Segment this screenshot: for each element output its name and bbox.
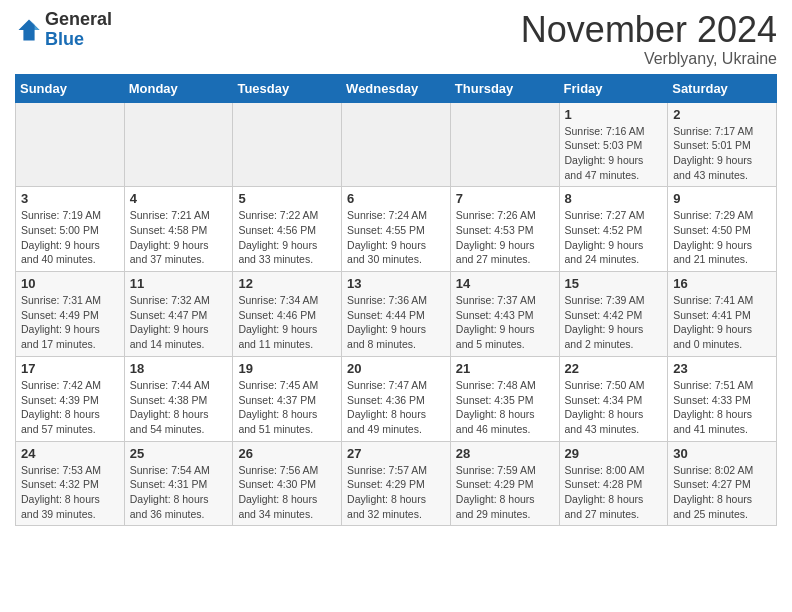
- calendar-cell: 6Sunrise: 7:24 AMSunset: 4:55 PMDaylight…: [342, 187, 451, 272]
- calendar-week-row-3: 17Sunrise: 7:42 AMSunset: 4:39 PMDayligh…: [16, 356, 777, 441]
- day-info: Sunrise: 7:56 AMSunset: 4:30 PMDaylight:…: [238, 463, 336, 522]
- calendar-cell: 18Sunrise: 7:44 AMSunset: 4:38 PMDayligh…: [124, 356, 233, 441]
- day-number: 26: [238, 446, 336, 461]
- day-info: Sunrise: 7:26 AMSunset: 4:53 PMDaylight:…: [456, 208, 554, 267]
- calendar-cell: 9Sunrise: 7:29 AMSunset: 4:50 PMDaylight…: [668, 187, 777, 272]
- day-number: 8: [565, 191, 663, 206]
- calendar-cell: 4Sunrise: 7:21 AMSunset: 4:58 PMDaylight…: [124, 187, 233, 272]
- title-block: November 2024 Verblyany, Ukraine: [521, 10, 777, 68]
- day-info: Sunrise: 7:44 AMSunset: 4:38 PMDaylight:…: [130, 378, 228, 437]
- day-number: 27: [347, 446, 445, 461]
- logo-general: General: [45, 10, 112, 30]
- day-info: Sunrise: 7:36 AMSunset: 4:44 PMDaylight:…: [347, 293, 445, 352]
- col-friday: Friday: [559, 74, 668, 102]
- day-number: 29: [565, 446, 663, 461]
- calendar-week-row-2: 10Sunrise: 7:31 AMSunset: 4:49 PMDayligh…: [16, 272, 777, 357]
- calendar-cell: 13Sunrise: 7:36 AMSunset: 4:44 PMDayligh…: [342, 272, 451, 357]
- day-number: 3: [21, 191, 119, 206]
- day-info: Sunrise: 7:39 AMSunset: 4:42 PMDaylight:…: [565, 293, 663, 352]
- logo-blue: Blue: [45, 30, 112, 50]
- day-info: Sunrise: 7:37 AMSunset: 4:43 PMDaylight:…: [456, 293, 554, 352]
- calendar-cell: 22Sunrise: 7:50 AMSunset: 4:34 PMDayligh…: [559, 356, 668, 441]
- calendar-week-row-4: 24Sunrise: 7:53 AMSunset: 4:32 PMDayligh…: [16, 441, 777, 526]
- day-number: 1: [565, 107, 663, 122]
- calendar-cell: 2Sunrise: 7:17 AMSunset: 5:01 PMDaylight…: [668, 102, 777, 187]
- calendar-cell: 5Sunrise: 7:22 AMSunset: 4:56 PMDaylight…: [233, 187, 342, 272]
- day-info: Sunrise: 7:42 AMSunset: 4:39 PMDaylight:…: [21, 378, 119, 437]
- location-title: Verblyany, Ukraine: [521, 50, 777, 68]
- calendar-week-row-1: 3Sunrise: 7:19 AMSunset: 5:00 PMDaylight…: [16, 187, 777, 272]
- logo: General Blue: [15, 10, 112, 50]
- calendar-cell: 7Sunrise: 7:26 AMSunset: 4:53 PMDaylight…: [450, 187, 559, 272]
- day-info: Sunrise: 7:50 AMSunset: 4:34 PMDaylight:…: [565, 378, 663, 437]
- day-info: Sunrise: 7:54 AMSunset: 4:31 PMDaylight:…: [130, 463, 228, 522]
- header: General Blue November 2024 Verblyany, Uk…: [15, 10, 777, 68]
- calendar-cell: 3Sunrise: 7:19 AMSunset: 5:00 PMDaylight…: [16, 187, 125, 272]
- calendar-cell: [16, 102, 125, 187]
- day-info: Sunrise: 7:27 AMSunset: 4:52 PMDaylight:…: [565, 208, 663, 267]
- month-title: November 2024: [521, 10, 777, 50]
- calendar-cell: 25Sunrise: 7:54 AMSunset: 4:31 PMDayligh…: [124, 441, 233, 526]
- calendar-header-row: Sunday Monday Tuesday Wednesday Thursday…: [16, 74, 777, 102]
- day-info: Sunrise: 7:29 AMSunset: 4:50 PMDaylight:…: [673, 208, 771, 267]
- day-info: Sunrise: 7:45 AMSunset: 4:37 PMDaylight:…: [238, 378, 336, 437]
- day-number: 21: [456, 361, 554, 376]
- day-number: 2: [673, 107, 771, 122]
- day-number: 17: [21, 361, 119, 376]
- day-number: 14: [456, 276, 554, 291]
- calendar-cell: 20Sunrise: 7:47 AMSunset: 4:36 PMDayligh…: [342, 356, 451, 441]
- calendar-cell: 14Sunrise: 7:37 AMSunset: 4:43 PMDayligh…: [450, 272, 559, 357]
- calendar-cell: 27Sunrise: 7:57 AMSunset: 4:29 PMDayligh…: [342, 441, 451, 526]
- day-number: 10: [21, 276, 119, 291]
- day-info: Sunrise: 7:57 AMSunset: 4:29 PMDaylight:…: [347, 463, 445, 522]
- day-number: 7: [456, 191, 554, 206]
- day-info: Sunrise: 7:59 AMSunset: 4:29 PMDaylight:…: [456, 463, 554, 522]
- logo-icon: [15, 16, 43, 44]
- main-container: General Blue November 2024 Verblyany, Uk…: [0, 0, 792, 536]
- calendar-week-row-0: 1Sunrise: 7:16 AMSunset: 5:03 PMDaylight…: [16, 102, 777, 187]
- calendar-table: Sunday Monday Tuesday Wednesday Thursday…: [15, 74, 777, 527]
- col-thursday: Thursday: [450, 74, 559, 102]
- day-info: Sunrise: 7:31 AMSunset: 4:49 PMDaylight:…: [21, 293, 119, 352]
- logo-text: General Blue: [45, 10, 112, 50]
- calendar-cell: 28Sunrise: 7:59 AMSunset: 4:29 PMDayligh…: [450, 441, 559, 526]
- calendar-cell: 23Sunrise: 7:51 AMSunset: 4:33 PMDayligh…: [668, 356, 777, 441]
- day-info: Sunrise: 7:47 AMSunset: 4:36 PMDaylight:…: [347, 378, 445, 437]
- day-number: 12: [238, 276, 336, 291]
- col-monday: Monday: [124, 74, 233, 102]
- day-number: 30: [673, 446, 771, 461]
- calendar-cell: [233, 102, 342, 187]
- calendar-cell: 8Sunrise: 7:27 AMSunset: 4:52 PMDaylight…: [559, 187, 668, 272]
- day-info: Sunrise: 7:51 AMSunset: 4:33 PMDaylight:…: [673, 378, 771, 437]
- day-info: Sunrise: 8:00 AMSunset: 4:28 PMDaylight:…: [565, 463, 663, 522]
- col-saturday: Saturday: [668, 74, 777, 102]
- day-number: 4: [130, 191, 228, 206]
- day-info: Sunrise: 7:41 AMSunset: 4:41 PMDaylight:…: [673, 293, 771, 352]
- day-info: Sunrise: 7:48 AMSunset: 4:35 PMDaylight:…: [456, 378, 554, 437]
- day-info: Sunrise: 7:17 AMSunset: 5:01 PMDaylight:…: [673, 124, 771, 183]
- calendar-cell: 15Sunrise: 7:39 AMSunset: 4:42 PMDayligh…: [559, 272, 668, 357]
- calendar-cell: 24Sunrise: 7:53 AMSunset: 4:32 PMDayligh…: [16, 441, 125, 526]
- day-number: 9: [673, 191, 771, 206]
- day-info: Sunrise: 7:32 AMSunset: 4:47 PMDaylight:…: [130, 293, 228, 352]
- day-number: 28: [456, 446, 554, 461]
- day-number: 11: [130, 276, 228, 291]
- calendar-cell: 17Sunrise: 7:42 AMSunset: 4:39 PMDayligh…: [16, 356, 125, 441]
- day-number: 19: [238, 361, 336, 376]
- day-number: 18: [130, 361, 228, 376]
- day-number: 15: [565, 276, 663, 291]
- calendar-cell: 29Sunrise: 8:00 AMSunset: 4:28 PMDayligh…: [559, 441, 668, 526]
- day-info: Sunrise: 7:16 AMSunset: 5:03 PMDaylight:…: [565, 124, 663, 183]
- day-number: 24: [21, 446, 119, 461]
- day-info: Sunrise: 7:34 AMSunset: 4:46 PMDaylight:…: [238, 293, 336, 352]
- day-number: 6: [347, 191, 445, 206]
- calendar-cell: [124, 102, 233, 187]
- day-info: Sunrise: 7:19 AMSunset: 5:00 PMDaylight:…: [21, 208, 119, 267]
- calendar-cell: 1Sunrise: 7:16 AMSunset: 5:03 PMDaylight…: [559, 102, 668, 187]
- calendar-cell: [342, 102, 451, 187]
- day-info: Sunrise: 7:22 AMSunset: 4:56 PMDaylight:…: [238, 208, 336, 267]
- calendar-cell: 21Sunrise: 7:48 AMSunset: 4:35 PMDayligh…: [450, 356, 559, 441]
- col-tuesday: Tuesday: [233, 74, 342, 102]
- col-sunday: Sunday: [16, 74, 125, 102]
- calendar-cell: 12Sunrise: 7:34 AMSunset: 4:46 PMDayligh…: [233, 272, 342, 357]
